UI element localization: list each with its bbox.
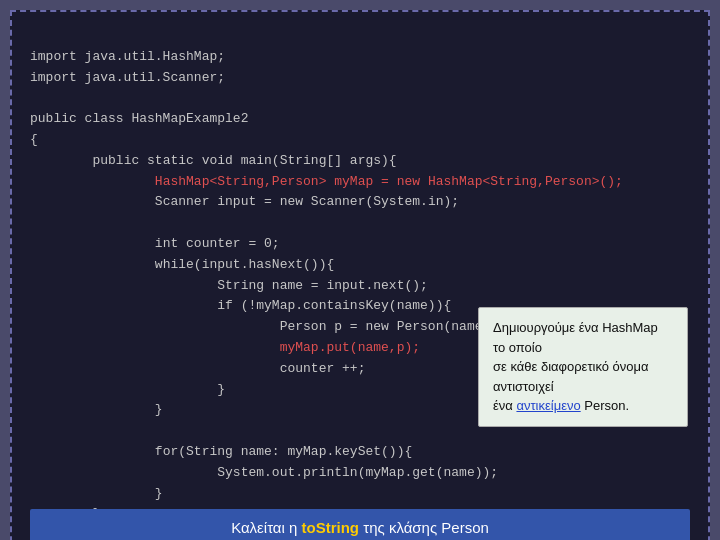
bottom-banner: Καλείται η toString της κλάσης Person: [30, 509, 690, 540]
tooltip-text4: Person.: [581, 398, 629, 413]
line-1: import java.util.HashMap;: [30, 49, 225, 64]
line-13: if (!myMap.containsKey(name)){: [124, 298, 452, 313]
line-10: int counter = 0;: [92, 236, 279, 251]
line-20: for(String name: myMap.keySet()){: [92, 444, 412, 459]
line-11: while(input.hasNext()){: [92, 257, 334, 272]
line-21: System.out.println(myMap.get(name));: [124, 465, 498, 480]
line-22: }: [92, 486, 162, 501]
tooltip-text3: ένα: [493, 398, 516, 413]
line-4: public class HashMapExample2: [30, 111, 248, 126]
tooltip-box: Δημιουργούμε ένα HashMap το οποίο σε κάθ…: [478, 307, 688, 427]
line-6: public static void main(String[] args){: [61, 153, 396, 168]
banner-text-before: Καλείται η: [231, 519, 301, 536]
line-8: Scanner input = new Scanner(System.in);: [92, 194, 459, 209]
line-16: counter ++;: [155, 361, 366, 376]
line-12: String name = input.next();: [124, 278, 428, 293]
tooltip-link: αντικείμενο: [516, 398, 580, 413]
tooltip-text1: Δημιουργούμε ένα HashMap το οποίο: [493, 320, 658, 355]
line-15: myMap.put(name,p);: [155, 340, 420, 355]
code-block: import java.util.HashMap; import java.ut…: [30, 26, 690, 540]
tooltip-text2: σε κάθε διαφορετικό όνομα αντιστοιχεί: [493, 359, 649, 394]
line-7: HashMap<String,Person> myMap = new HashM…: [92, 174, 623, 189]
line-2: import java.util.Scanner;: [30, 70, 225, 85]
code-container: import java.util.HashMap; import java.ut…: [10, 10, 710, 540]
line-5: {: [30, 132, 38, 147]
banner-highlight: toString: [302, 519, 360, 536]
line-18: }: [92, 402, 162, 417]
line-17: }: [124, 382, 225, 397]
banner-text-after: της κλάσης Person: [359, 519, 489, 536]
